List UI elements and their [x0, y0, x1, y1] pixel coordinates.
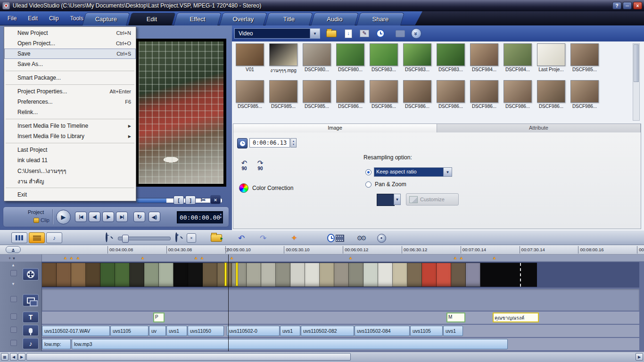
voice-track-button[interactable]	[23, 325, 39, 336]
tab-attribute[interactable]: Attribute	[437, 124, 641, 132]
file-menu-item[interactable]: Save As...	[4, 59, 136, 69]
tab-title[interactable]: Title	[265, 13, 313, 25]
music-clip[interactable]: low.mp:	[42, 339, 71, 349]
pan-zoom-radio[interactable]	[365, 181, 372, 188]
voice-clip[interactable]: uvs110502-084	[355, 326, 410, 336]
file-menu-item[interactable]: SaveCtrl+S	[4, 49, 136, 59]
video-frame-thumbnail[interactable]	[451, 263, 466, 287]
music-clip[interactable]: low.mp3	[72, 339, 508, 349]
mark-out-button[interactable]: ]	[185, 196, 196, 205]
music-track-toggle[interactable]	[10, 340, 17, 346]
trim-handle-left[interactable]	[224, 263, 227, 286]
tab-capture[interactable]: Capture	[82, 13, 130, 25]
home-button[interactable]: |◀	[75, 212, 87, 222]
zoom-slider[interactable]	[118, 237, 171, 240]
resampling-arrow-icon[interactable]: ▼	[443, 168, 452, 176]
tab-share[interactable]: Share	[356, 13, 405, 25]
library-thumbnail[interactable]: DSCF986...	[503, 80, 533, 109]
library-thumbnail[interactable]: DSCF980...	[302, 43, 332, 74]
sort-by-button[interactable]: ↓	[342, 28, 355, 39]
video-frame-thumbnail[interactable]	[437, 263, 451, 287]
library-thumbnail[interactable]: DSCF985...	[570, 43, 600, 74]
video-frame-thumbnail[interactable]	[86, 263, 100, 287]
library-thumbnail[interactable]: DSCF983...	[436, 43, 466, 74]
library-thumbnail[interactable]: DSCF985...	[268, 80, 298, 109]
insert-media-button[interactable]	[209, 232, 223, 244]
music-track-content[interactable]: low.mp:low.mp3	[42, 338, 639, 350]
library-thumbnail[interactable]: DSCF985...	[235, 80, 265, 109]
customize-button[interactable]: Customize	[406, 193, 459, 206]
file-menu-item[interactable]: Smart Package...	[4, 73, 136, 83]
scroll-right-end-button[interactable]: ▶	[636, 353, 643, 361]
file-menu-item[interactable]: ink ulead 11	[4, 155, 136, 165]
chapter-marker-icon[interactable]: ▲	[230, 255, 234, 261]
video-frame-thumbnail[interactable]	[144, 263, 159, 287]
library-thumbnail[interactable]: DSCF986...	[369, 80, 399, 109]
help-button[interactable]: ?	[612, 2, 621, 9]
playback-timecode[interactable]: 00:00:00.00 ▲▼	[177, 211, 223, 223]
expand-library-button[interactable]: »	[410, 28, 422, 39]
audio-view-button[interactable]: ♪	[46, 232, 62, 243]
chapter-marker-icon[interactable]: ▲	[63, 255, 67, 261]
file-menu-item[interactable]: งาน สำคัญ	[4, 176, 136, 186]
undo-button[interactable]: ↶	[235, 232, 248, 244]
video-frame-thumbnail[interactable]	[466, 263, 480, 287]
resampling-select[interactable]: Keep aspect ratio ▼	[374, 167, 452, 177]
voice-clip[interactable]: uvs1	[443, 326, 463, 336]
color-wheel-icon[interactable]	[239, 183, 248, 193]
chapter-marker-icon[interactable]: ▲	[453, 255, 457, 261]
edit-filter-button[interactable]: ✎	[358, 28, 371, 39]
voice-track-toggle[interactable]	[10, 327, 17, 333]
end-button[interactable]: ▶|	[116, 212, 128, 222]
tab-effect[interactable]: Effect	[173, 13, 222, 25]
video-frame-thumbnail[interactable]	[422, 263, 437, 287]
file-menu-item[interactable]: Relink...	[4, 107, 136, 117]
library-thumbnail[interactable]: DSCF986...	[469, 80, 499, 109]
library-thumbnail[interactable]: DSCF983...	[369, 43, 399, 74]
next-frame-button[interactable]: |▶	[102, 212, 114, 222]
rotate-right-button[interactable]: ↷ 90	[253, 160, 267, 175]
preset-arrow-icon[interactable]: ▼	[394, 194, 401, 205]
video-frame-thumbnail[interactable]	[407, 263, 422, 287]
pan-zoom-label[interactable]: Pan & Zoom	[375, 181, 406, 188]
video-frame-thumbnail[interactable]	[173, 263, 188, 287]
video-frame-thumbnail[interactable]	[71, 263, 86, 287]
video-frame-thumbnail[interactable]	[188, 263, 203, 287]
video-frame-thumbnail[interactable]	[57, 263, 71, 287]
trim-handle-right[interactable]	[236, 263, 238, 286]
tab-image[interactable]: Image	[233, 124, 437, 132]
library-thumbnail[interactable]: DSCF986...	[570, 80, 600, 109]
library-scrollbar[interactable]	[633, 43, 640, 121]
ruler-button[interactable]: ▲	[6, 246, 21, 253]
title-bar[interactable]: Ulead VideoStudio (C:\Users\My Documents…	[0, 0, 644, 11]
fit-project-button[interactable]: ×	[187, 233, 196, 243]
library-category-arrow-icon[interactable]: ▼	[310, 29, 320, 38]
tab-overlay[interactable]: Overlay	[219, 13, 267, 25]
video-frame-thumbnail[interactable]	[232, 263, 247, 287]
library-thumbnail[interactable]: DSCF986...	[402, 80, 432, 109]
voice-clip[interactable]: uvs1	[280, 326, 300, 336]
video-frame-thumbnail[interactable]	[261, 263, 276, 287]
zoom-in-button[interactable]: +	[175, 233, 185, 243]
chapter-marker-icon[interactable]: ▲	[194, 255, 198, 261]
timecode-spinner[interactable]: ▲▼	[220, 213, 222, 219]
rotate-left-button[interactable]: ↶ 90	[237, 160, 251, 175]
file-menu-item[interactable]: C:\Users\...\งานๆๆๆ	[4, 165, 136, 176]
marker-menu-button[interactable]: ▾	[13, 256, 15, 261]
voice-track-content[interactable]: uvs110502-017.WAVuvs1105uvuvs1uvs11050uv…	[42, 325, 639, 337]
library-thumbnail[interactable]: Last Proje...	[536, 43, 566, 74]
keep-aspect-radio[interactable]	[365, 169, 372, 175]
corner-button[interactable]: ▦	[1, 353, 8, 361]
playhead-line[interactable]	[228, 255, 229, 351]
overlay-track-button[interactable]	[23, 294, 39, 306]
video-track-button[interactable]	[23, 268, 39, 280]
marker-row[interactable]: + ▾ ▲▲▲▲▲▲▲▲▲▲▲	[0, 255, 644, 262]
library-thumbnail[interactable]: DSCF986...	[335, 80, 365, 109]
timeline-view-button[interactable]	[29, 232, 45, 243]
play-mode-clip[interactable]: Clip	[33, 217, 50, 223]
menu-file[interactable]: File	[8, 15, 17, 22]
video-frame-thumbnail[interactable]	[378, 263, 393, 287]
enlarge-preview-button[interactable]: ×	[210, 195, 221, 204]
title-clip[interactable]: P	[153, 313, 165, 322]
video-frame-thumbnail[interactable]	[276, 263, 290, 287]
